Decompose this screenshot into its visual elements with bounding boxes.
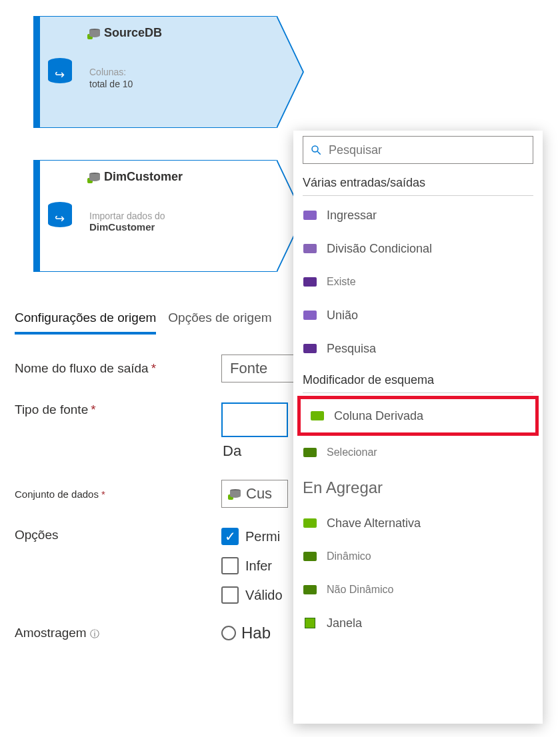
section-divider [303,195,533,196]
source-type-label: Tipo de fonte* [15,402,215,417]
menu-item-label: Existe [327,276,356,288]
menu-item-label: Janela [327,616,362,630]
node-columns-value: total de 10 [89,79,267,89]
table-icon [230,489,241,498]
unpivot-icon [303,582,317,597]
menu-item-derived-column[interactable]: Coluna Derivada [301,399,535,432]
dataset-label: Conjunto de dados* [15,488,215,500]
dataset-dropdown[interactable]: Cus [221,480,288,508]
union-icon [303,308,317,323]
tab-source-settings[interactable]: Configurações de origem [15,304,156,335]
node-columns-label: Colunas: [89,67,267,77]
dataset-value: Cus [246,485,272,502]
menu-item-union[interactable]: União [293,299,543,332]
menu-item-window[interactable]: Janela [293,606,543,640]
node-sourcedb[interactable]: ↪ SourceDB Colunas: total de 10 [33,16,277,128]
lookup-icon [303,341,317,356]
option-allow-label: Permi [245,529,280,544]
node-arrow-fill [276,16,303,128]
table-icon [89,29,100,38]
menu-item-label: Pesquisa [327,342,376,356]
transform-picker-popup: Várias entradas/saídas Ingressar Divisão… [293,131,543,724]
info-icon[interactable]: ⓘ [90,628,99,639]
sampling-value: Hab [241,624,271,642]
node-title-text: SourceDB [104,26,162,40]
menu-item-conditional-split[interactable]: Divisão Condicional [293,232,543,265]
menu-item-label: União [327,309,358,323]
checkbox-checked-icon: ✓ [221,528,239,545]
option-infer-types[interactable]: Infer [221,557,283,574]
database-icon: ↪ [48,202,72,230]
node-title: SourceDB [89,26,267,40]
options-label: Opções [15,528,215,542]
node-body: DimCustomer Importar dados do DimCustome… [80,160,277,272]
node-import-label: Importar dados do [89,211,267,221]
menu-item-label: Coluna Derivada [334,409,423,423]
option-valid-label: Válido [245,588,283,603]
window-icon [303,616,317,630]
option-validate-schema[interactable]: Válido [221,586,283,604]
menu-item-lookup[interactable]: Pesquisa [293,332,543,365]
checkbox-icon [221,557,239,574]
menu-item-unpivot[interactable]: Não Dinâmico [293,573,543,606]
node-import-value: DimCustomer [89,221,267,233]
menu-item-label: Selecionar [327,446,377,458]
surrogate-key-icon [303,516,317,530]
node-sourcedb-wrapper: ↪ SourceDB Colunas: total de 10 + [33,16,560,128]
section-schema-modifier: Modificador de esquema [293,369,543,391]
menu-item-exists[interactable]: Existe [293,265,543,299]
menu-item-label: En Agregar [303,478,383,497]
menu-item-label: Dinâmico [327,550,371,562]
checkbox-icon [221,586,239,604]
join-icon [303,208,317,223]
radio-icon [221,626,236,640]
option-allow-schema-drift[interactable]: ✓ Permi [221,528,283,545]
menu-item-pivot[interactable]: Dinâmico [293,540,543,573]
derived-column-icon [310,408,325,423]
menu-item-select[interactable]: Selecionar [293,436,543,469]
node-accent-bar [33,16,40,128]
menu-item-aggregate[interactable]: En Agregar [293,469,543,506]
tab-source-options[interactable]: Opções de origem [168,304,271,335]
search-box[interactable] [303,136,533,164]
sampling-option-enable[interactable]: Hab [221,624,271,642]
svg-line-1 [317,151,321,155]
source-type-dropdown[interactable] [221,402,288,437]
search-icon [310,144,322,156]
pivot-icon [303,549,317,564]
menu-item-label: Divisão Condicional [327,242,432,256]
menu-item-join[interactable]: Ingressar [293,199,543,232]
node-accent-bar [33,160,40,272]
output-stream-name-label: Nome do fluxo de saída* [15,361,215,376]
sampling-label: Amostragem ⓘ [15,626,215,640]
menu-item-label: Chave Alternativa [327,516,421,530]
menu-item-label: Ingressar [327,209,377,223]
node-body: SourceDB Colunas: total de 10 [80,16,277,128]
node-title-text: DimCustomer [104,170,183,184]
section-divider [303,392,533,393]
node-icon-column: ↪ [40,16,80,128]
source-type-subtext: Da [223,442,288,460]
highlight-derived-column: Coluna Derivada [297,396,539,436]
option-infer-label: Infer [245,558,272,574]
table-icon [89,173,100,182]
select-icon [303,445,317,460]
conditional-split-icon [303,241,317,256]
menu-item-surrogate-key[interactable]: Chave Alternativa [293,506,543,540]
node-dimcustomer[interactable]: ↪ DimCustomer Importar dados do DimCusto… [33,160,277,272]
menu-item-label: Não Dinâmico [327,584,393,596]
database-icon: ↪ [48,58,72,86]
section-multi-io: Várias entradas/saídas [293,172,543,194]
search-input[interactable] [329,143,526,157]
node-title: DimCustomer [89,170,267,184]
exists-icon [303,275,317,289]
node-icon-column: ↪ [40,160,80,272]
svg-point-0 [312,146,318,152]
